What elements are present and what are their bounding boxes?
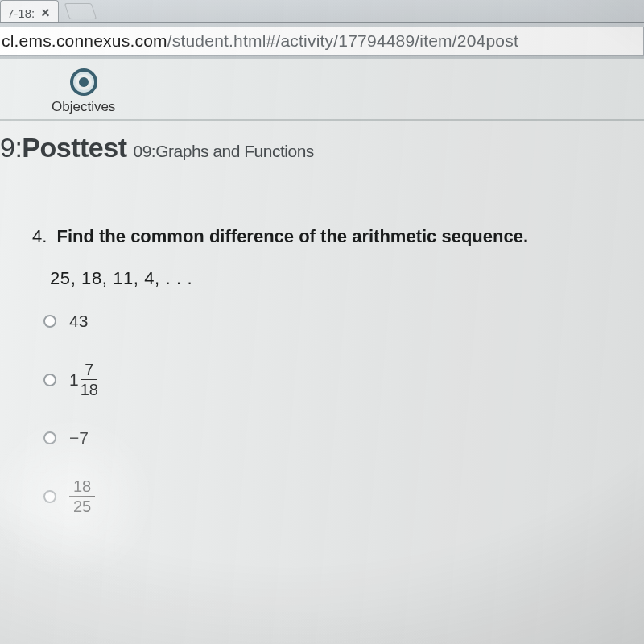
browser-tab[interactable]: 7-18: × [0,0,59,22]
answer-option[interactable]: 1 7 18 [43,361,644,398]
new-tab-button[interactable] [64,3,96,19]
page-title: 9:Posttest 09:Graphs and Functions [0,132,644,163]
answer-option[interactable]: 43 [43,312,644,331]
answer-options: 43 1 7 18 −7 18 25 [43,312,644,514]
browser-chrome: 7-18: × cl.ems.connexus.com/student.html… [0,0,644,58]
home-toolbar-item[interactable] [0,73,2,110]
option-mixed-number: 1 7 18 [69,361,98,398]
page-header: 9:Posttest 09:Graphs and Functions [0,121,644,184]
objectives-label: Objectives [52,99,115,115]
question-area: 4. Find the common difference of the ari… [0,184,644,514]
tab-strip: 7-18: × [0,0,644,23]
radio-icon[interactable] [43,374,56,386]
question-sequence: 25, 18, 11, 4, . . . [50,268,644,289]
objectives-toolbar-item[interactable]: Objectives [52,68,115,115]
url-domain: cl.ems.connexus.com [2,31,167,51]
title-main: Posttest [22,132,126,163]
fraction-numerator: 7 [80,361,97,380]
answer-option[interactable]: −7 [43,428,644,448]
target-icon [70,68,97,96]
tab-title: 7-18: [7,6,35,20]
option-text: −7 [69,428,89,448]
address-bar-row: cl.ems.connexus.com/student.html#/activi… [0,23,644,58]
close-icon[interactable]: × [41,6,50,20]
fraction-denominator: 18 [80,380,98,398]
radio-icon[interactable] [43,490,56,503]
title-prefix: 9: [0,132,22,163]
radio-icon[interactable] [43,431,56,444]
page-subtitle: 09:Graphs and Functions [134,142,314,161]
home-icon [0,73,2,96]
question-prompt: Find the common difference of the arithm… [56,226,528,246]
fraction: 7 18 [80,361,98,398]
question-number: 4. [32,226,47,246]
app-toolbar: Objectives [0,58,644,121]
question-stem: 4. Find the common difference of the ari… [32,226,644,247]
mixed-whole: 1 [69,370,79,390]
fraction-denominator: 25 [73,497,91,514]
address-bar[interactable]: cl.ems.connexus.com/student.html#/activi… [0,27,644,56]
fraction: 18 25 [69,478,95,514]
option-text: 43 [69,312,88,331]
radio-icon[interactable] [43,315,56,328]
fraction-numerator: 18 [69,478,95,497]
url-path: /student.html#/activity/17794489/item/20… [167,31,518,51]
answer-option[interactable]: 18 25 [43,478,644,514]
